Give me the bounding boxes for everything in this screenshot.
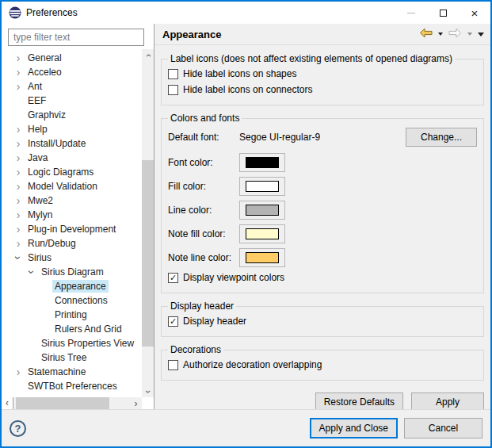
change-font-button[interactable]: Change... (406, 128, 477, 147)
tree-item-label: Run/Debug (25, 237, 78, 250)
horizontal-scrollbar-thumb[interactable] (16, 397, 109, 409)
tree-item-ant[interactable]: ›Ant (2, 79, 142, 94)
close-button[interactable]: × (459, 2, 490, 24)
tree-item-logic-diagrams[interactable]: ›Logic Diagrams (2, 165, 142, 179)
chevron-collapsed-icon[interactable]: › (11, 366, 25, 377)
chevron-collapsed-icon[interactable]: › (11, 52, 25, 63)
tree-item-eef[interactable]: EEF (2, 94, 142, 108)
color-row-font-color: Font color: (168, 153, 477, 172)
chevron-collapsed-icon[interactable]: › (11, 81, 25, 92)
chevron-collapsed-icon[interactable]: › (11, 124, 25, 135)
tree-item-label: Java (25, 151, 50, 164)
color-swatch (246, 252, 279, 263)
page-content: Label icons (does not affect existing el… (154, 45, 490, 409)
restore-defaults-button[interactable]: Restore Defaults (315, 392, 403, 409)
checkbox-unchecked-icon[interactable] (168, 360, 178, 370)
back-arrow-icon[interactable] (419, 27, 433, 41)
tree-item-install-update[interactable]: ›Install/Update (2, 136, 142, 151)
chevron-collapsed-icon[interactable]: › (11, 138, 25, 149)
tree-item-label: Sirius Properties View (39, 337, 136, 350)
checkbox-unchecked-icon[interactable] (168, 69, 178, 79)
font-color-swatch-button[interactable] (239, 153, 285, 172)
chevron-collapsed-icon[interactable]: › (11, 224, 25, 235)
checkbox-display-viewpoint-colors[interactable]: ✓Display viewpoint colors (168, 272, 477, 283)
tree-item-mylyn[interactable]: ›Mylyn (2, 208, 142, 222)
tree-item-rulers-and-grid[interactable]: Rulers And Grid (2, 322, 142, 336)
help-icon: ? (15, 423, 21, 435)
color-label: Note line color: (168, 252, 239, 263)
chevron-expanded-icon[interactable]: › (26, 265, 37, 279)
tree-item-model-validation[interactable]: ›Model Validation (2, 179, 142, 193)
chevron-collapsed-icon[interactable]: › (11, 238, 25, 249)
tree-item-label: Printing (52, 308, 90, 321)
tree-item-run-debug[interactable]: ›Run/Debug (2, 236, 142, 251)
scroll-down-icon[interactable]: › (142, 385, 154, 397)
checkbox-hide-label-icons-on-shapes[interactable]: Hide label icons on shapes (168, 68, 477, 79)
tree-item-plug-in-development[interactable]: ›Plug-in Development (2, 222, 142, 236)
help-button[interactable]: ? (10, 420, 26, 437)
filter-input[interactable] (8, 29, 144, 46)
checkbox-display-header[interactable]: ✓Display header (168, 316, 477, 327)
tree-item-sirius-tree[interactable]: Sirius Tree (2, 350, 142, 365)
checkbox-checked-icon[interactable]: ✓ (168, 273, 178, 283)
scroll-left-icon[interactable]: › (2, 397, 13, 409)
scroll-up-icon[interactable]: › (142, 49, 154, 61)
scroll-right-icon[interactable]: › (130, 397, 142, 409)
minimize-button (395, 2, 427, 24)
apply-and-close-button[interactable]: Apply and Close (310, 418, 398, 438)
tree-area: ›General›Acceleo›AntEEFGraphviz›Help›Ins… (2, 49, 154, 409)
group-display-header: Display header ✓Display header (161, 301, 484, 337)
cancel-button[interactable]: Cancel (404, 418, 482, 438)
tree-vertical-scrollbar[interactable]: › › (142, 49, 154, 397)
vertical-scrollbar-thumb[interactable] (142, 160, 154, 347)
history-toolbar (419, 27, 484, 41)
color-label: Line color: (168, 205, 239, 216)
chevron-collapsed-icon[interactable]: › (11, 167, 25, 178)
chevron-collapsed-icon[interactable]: › (11, 195, 25, 206)
chevron-expanded-icon[interactable]: › (13, 251, 24, 265)
tree-item-graphviz[interactable]: Graphviz (2, 108, 142, 122)
forward-arrow-icon (448, 27, 462, 41)
back-history-dropdown-icon[interactable] (438, 33, 443, 36)
tree-item-swtbot-preferences[interactable]: SWTBot Preferences (2, 379, 142, 393)
note-fill-color-swatch-button[interactable] (239, 224, 285, 243)
color-label: Font color: (168, 157, 239, 168)
checkbox-hide-label-icons-on-connectors[interactable]: Hide label icons on connectors (168, 84, 477, 95)
tree-item-label: Logic Diagrams (25, 166, 96, 178)
tree-item-label: Mwe2 (25, 194, 55, 207)
group-colors-and-fonts: Colors and fonts Default font: Segoe UI-… (161, 113, 484, 293)
tree-item-acceleo[interactable]: ›Acceleo (2, 65, 142, 79)
tree-item-sirius-properties-view[interactable]: Sirius Properties View (2, 336, 142, 350)
apply-button[interactable]: Apply (411, 392, 484, 409)
tree-item-statemachine[interactable]: ›Statemachine (2, 365, 142, 379)
chevron-collapsed-icon[interactable]: › (11, 209, 25, 220)
maximize-button[interactable] (427, 2, 459, 24)
chevron-collapsed-icon[interactable]: › (11, 67, 25, 78)
checkbox-authorize-decoration-overlapping[interactable]: Authorize decoration overlapping (168, 359, 477, 370)
tree-horizontal-scrollbar[interactable]: › › (2, 397, 142, 409)
checkbox-checked-icon[interactable]: ✓ (168, 316, 178, 327)
close-icon: × (471, 7, 479, 19)
tree-item-help[interactable]: ›Help (2, 122, 142, 136)
dialog-buttons: Apply and Close Cancel (310, 418, 482, 438)
note-line-color-swatch-button[interactable] (239, 248, 285, 267)
tree-item-general[interactable]: ›General (2, 51, 142, 65)
tree-item-connections[interactable]: Connections (2, 293, 142, 308)
tree-item-label: Appearance (52, 280, 109, 293)
line-color-swatch-button[interactable] (239, 201, 285, 220)
chevron-collapsed-icon[interactable]: › (11, 152, 25, 163)
tree-item-sirius[interactable]: ›Sirius (2, 251, 142, 265)
fill-color-swatch-button[interactable] (239, 177, 285, 196)
tree-item-java[interactable]: ›Java (2, 151, 142, 165)
tree-item-label: Ant (25, 80, 44, 93)
checkbox-label: Hide label icons on shapes (183, 68, 296, 79)
chevron-collapsed-icon[interactable]: › (11, 181, 25, 192)
view-menu-icon[interactable] (478, 33, 484, 36)
tree-item-printing[interactable]: Printing (2, 308, 142, 322)
checkbox-unchecked-icon[interactable] (168, 85, 178, 95)
tree-item-label: General (25, 52, 64, 64)
tree-item-sirius-diagram[interactable]: ›Sirius Diagram (2, 265, 142, 279)
dialog-body: ›General›Acceleo›AntEEFGraphviz›Help›Ins… (2, 24, 490, 409)
tree-item-mwe2[interactable]: ›Mwe2 (2, 193, 142, 208)
tree-item-appearance[interactable]: Appearance (2, 279, 142, 293)
